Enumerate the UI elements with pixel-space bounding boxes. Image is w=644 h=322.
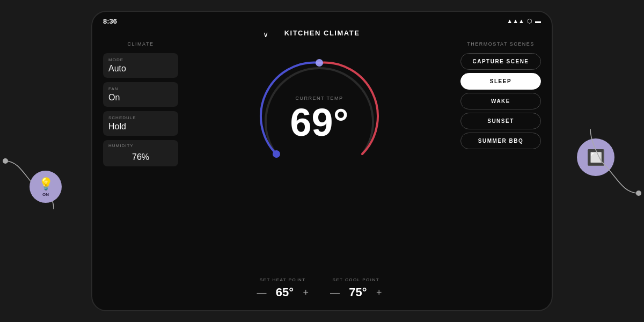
right-panel: THERMOSTAT SCENES CAPTURE SCENESLEEPWAKE… [460,41,541,305]
left-panel: CLIMATE MODE Auto FAN On SCHEDULE Hold H… [103,41,178,305]
temp-display: CURRENT TEMP 69° [290,96,349,142]
fan-card[interactable]: FAN On [103,82,178,107]
heat-point-controls: — 65° + [257,286,309,299]
status-icons: ▲▲▲ ⬡ ▬ [507,18,541,25]
cool-point-value: 75° [347,286,369,299]
scenes-container: CAPTURE SCENESLEEPWAKESUNSETSUMMER BBQ [460,53,541,152]
bulb-icon: 💡 [39,177,53,191]
main-content: CLIMATE MODE Auto FAN On SCHEDULE Hold H… [92,41,552,310]
tablet: 8:36 ▲▲▲ ⬡ ▬ ∨ KITCHEN CLIMATE CLIMATE M… [91,11,553,311]
signal-icon: ▲▲▲ [507,18,524,24]
title-bar: ∨ KITCHEN CLIMATE [92,27,552,41]
cool-minus-button[interactable]: — [330,288,340,297]
status-time: 8:36 [103,17,117,25]
humidity-card: HUMIDITY 76% [103,140,178,166]
climate-section-title: CLIMATE [103,41,178,49]
schedule-card[interactable]: SCHEDULE Hold [103,111,178,136]
status-bar: 8:36 ▲▲▲ ⬡ ▬ [92,12,552,27]
left-bubble[interactable]: 💡 ON [30,171,62,203]
mode-card[interactable]: MODE Auto [103,53,178,78]
heat-point-label: SET HEAT POINT [260,277,306,282]
svg-point-3 [316,59,323,67]
cool-point-label: SET COOL POINT [332,277,379,282]
right-connector-svg [580,107,644,215]
cool-point-controls: — 75° + [330,286,382,299]
cool-point-group: SET COOL POINT — 75° + [330,277,382,299]
svg-point-2 [273,150,280,158]
scene-button-wake[interactable]: WAKE [460,93,541,109]
schedule-value: Hold [108,122,173,131]
mode-label: MODE [108,57,173,62]
scene-button-sunset[interactable]: SUNSET [460,113,541,129]
set-points: SET HEAT POINT — 65° + SET COOL POINT — … [257,277,382,299]
wifi-icon: ⬡ [527,18,532,25]
humidity-value: 76% [108,152,173,162]
mode-value: Auto [108,64,173,74]
scenes-title: THERMOSTAT SCENES [460,41,541,49]
humidity-label: HUMIDITY [108,143,173,148]
fan-label: FAN [108,86,173,91]
center-panel: CURRENT TEMP 69° SET HEAT POINT — 65° + [189,41,450,305]
schedule-label: SCHEDULE [108,115,173,120]
heat-point-group: SET HEAT POINT — 65° + [257,277,309,299]
scene-button-sleep[interactable]: SLEEP [460,73,541,90]
scene-button-capture-scene[interactable]: CAPTURE SCENE [460,53,541,70]
scene-wrapper: 💡 ON 🔲 8:36 ▲▲▲ ⬡ ▬ ∨ KITCHEN CLIMATE [0,0,644,322]
fan-value: On [108,93,173,103]
page-title: KITCHEN CLIMATE [284,29,360,37]
battery-icon: ▬ [535,18,541,24]
thermostat-dial[interactable]: CURRENT TEMP 69° [250,47,389,186]
heat-plus-button[interactable]: + [303,288,309,297]
current-temp-label: CURRENT TEMP [290,96,349,101]
heat-minus-button[interactable]: — [257,288,266,297]
chevron-down-icon[interactable]: ∨ [263,30,268,39]
current-temp-value: 69° [290,101,349,144]
heat-point-value: 65° [274,286,295,299]
cool-plus-button[interactable]: + [376,288,382,297]
scene-button-summer-bbq[interactable]: SUMMER BBQ [460,133,541,149]
